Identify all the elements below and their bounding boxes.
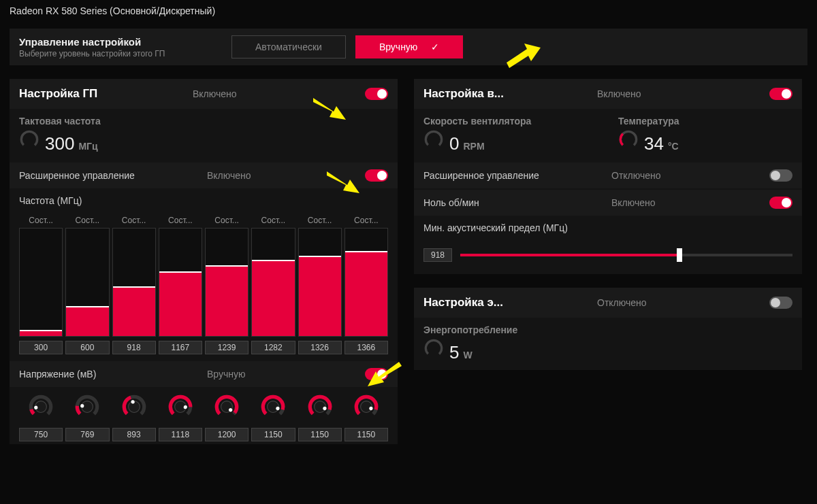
state-head: Сост... xyxy=(159,213,202,228)
gpu-tuning-panel: Настройка ГП Включено Тактовая частота 3… xyxy=(10,79,398,444)
freq-chart-label: Частота (МГц) xyxy=(10,188,398,213)
voltage-knob[interactable]: 1150 xyxy=(345,392,388,441)
acoustic-slider[interactable] xyxy=(460,254,792,256)
voltage-knob[interactable]: 769 xyxy=(65,392,109,441)
power-toggle[interactable] xyxy=(769,297,792,309)
state-head: Сост... xyxy=(298,213,342,228)
freq-state[interactable]: Сост... 300 xyxy=(19,213,63,354)
mode-manual-label: Вручную xyxy=(379,41,418,52)
fan-speed-label: Скорость вентилятора xyxy=(423,116,598,127)
adv-control-label: Расширенное управление xyxy=(19,170,207,181)
tuning-control-bar: Управление настройкой Выберите уровень н… xyxy=(10,29,807,65)
adv-control-toggle[interactable] xyxy=(365,169,388,182)
fan-tuning-panel: Настройка в... Включено Скорость вентиля… xyxy=(414,79,802,274)
voltage-knobs: 750 769 893 1118 xyxy=(10,387,398,444)
freq-state[interactable]: Сост... 1366 xyxy=(345,213,388,354)
fan-adv-toggle[interactable] xyxy=(769,169,792,182)
gpu-toggle[interactable] xyxy=(365,88,388,100)
svg-point-31 xyxy=(360,401,372,413)
gauge-icon xyxy=(618,129,639,150)
gauge-icon xyxy=(423,129,444,150)
gpu-panel-status: Включено xyxy=(193,88,365,99)
power-cons-unit: W xyxy=(463,350,472,360)
voltage-knob[interactable]: 1200 xyxy=(205,392,249,441)
state-head: Сост... xyxy=(251,213,295,228)
mode-auto-button[interactable]: Автоматически xyxy=(231,35,346,58)
power-panel-status: Отключено xyxy=(597,297,769,308)
voltage-value[interactable]: 1150 xyxy=(345,428,388,441)
svg-point-27 xyxy=(314,401,325,413)
gauge-icon xyxy=(423,338,444,358)
voltage-label: Напряжение (мВ) xyxy=(19,369,207,380)
gpu-title: Radeon RX 580 Series (Основной/Дискретны… xyxy=(0,0,817,22)
svg-point-23 xyxy=(268,401,279,413)
state-value[interactable]: 300 xyxy=(19,341,63,354)
check-icon: ✓ xyxy=(431,41,439,52)
voltage-knob[interactable]: 750 xyxy=(19,392,63,441)
state-value[interactable]: 1366 xyxy=(345,341,388,354)
voltage-value[interactable]: 1150 xyxy=(251,428,295,441)
fan-toggle[interactable] xyxy=(769,88,792,100)
state-head: Сост... xyxy=(65,213,109,228)
svg-point-33 xyxy=(423,129,444,150)
temp-value: 34 xyxy=(644,133,664,154)
voltage-value[interactable]: 1150 xyxy=(298,428,342,441)
fan-panel-title: Настройка в... xyxy=(423,87,597,101)
voltage-value[interactable]: 769 xyxy=(65,428,109,441)
mode-manual-button[interactable]: Вручную ✓ xyxy=(355,35,464,58)
clock-unit: МГц xyxy=(78,141,97,152)
freq-state[interactable]: Сост... 1239 xyxy=(205,213,249,354)
fan-adv-label: Расширенное управление xyxy=(423,170,611,181)
zero-rpm-label: Ноль об/мин xyxy=(423,197,611,208)
zero-rpm-toggle[interactable] xyxy=(769,197,792,209)
svg-point-36 xyxy=(423,338,444,358)
clock-value: 300 xyxy=(45,133,74,154)
voltage-knob[interactable]: 1150 xyxy=(298,392,342,441)
voltage-knob[interactable]: 1118 xyxy=(159,392,202,441)
power-cons-label: Энергопотребление xyxy=(423,324,792,335)
temp-label: Температура xyxy=(618,116,792,127)
voltage-value[interactable]: 893 xyxy=(112,428,156,441)
clock-label: Тактовая частота xyxy=(19,116,388,127)
state-head: Сост... xyxy=(19,213,63,228)
acoustic-value: 918 xyxy=(423,248,452,262)
voltage-mode: Вручную xyxy=(207,369,365,380)
power-tuning-panel: Настройка э... Отключено Энергопотреблен… xyxy=(414,288,802,370)
freq-states-chart: Сост... 300 Сост... 600 Сост... 918 Сост… xyxy=(10,213,398,357)
fan-adv-value: Отключено xyxy=(611,170,769,181)
state-head: Сост... xyxy=(345,213,388,228)
gpu-panel-title: Настройка ГП xyxy=(19,87,193,101)
state-value[interactable]: 918 xyxy=(112,341,156,354)
freq-state[interactable]: Сост... 1326 xyxy=(298,213,342,354)
state-value[interactable]: 1239 xyxy=(205,341,249,354)
zero-rpm-value: Включено xyxy=(611,197,769,208)
fan-speed-unit: RPM xyxy=(463,141,484,152)
state-value[interactable]: 1326 xyxy=(298,341,342,354)
state-value[interactable]: 1282 xyxy=(251,341,295,354)
gauge-icon xyxy=(19,129,39,150)
adv-control-value: Включено xyxy=(207,170,365,181)
tuning-control-label: Управление настройкой Выберите уровень н… xyxy=(19,36,217,58)
fan-panel-status: Включено xyxy=(597,88,769,99)
freq-state[interactable]: Сост... 600 xyxy=(65,213,109,354)
voltage-value[interactable]: 1200 xyxy=(205,428,249,441)
freq-state[interactable]: Сост... 1167 xyxy=(159,213,202,354)
voltage-toggle[interactable] xyxy=(365,368,388,380)
acoustic-label: Мин. акустический предел (МГц) xyxy=(414,216,802,240)
power-panel-title: Настройка э... xyxy=(423,296,597,309)
temp-unit: °C xyxy=(668,141,679,152)
voltage-value[interactable]: 1118 xyxy=(159,428,202,441)
freq-state[interactable]: Сост... 918 xyxy=(112,213,156,354)
freq-state[interactable]: Сост... 1282 xyxy=(251,213,295,354)
voltage-knob[interactable]: 1150 xyxy=(251,392,295,441)
voltage-knob[interactable]: 893 xyxy=(112,392,156,441)
state-head: Сост... xyxy=(112,213,156,228)
state-value[interactable]: 1167 xyxy=(159,341,202,354)
control-heading: Управление настройкой xyxy=(19,36,217,48)
control-sub: Выберите уровень настройки этого ГП xyxy=(19,49,217,58)
fan-speed-value: 0 xyxy=(449,133,459,154)
power-cons-value: 5 xyxy=(449,342,459,363)
state-value[interactable]: 600 xyxy=(65,341,109,354)
voltage-value[interactable]: 750 xyxy=(19,428,63,441)
svg-point-0 xyxy=(19,129,39,150)
